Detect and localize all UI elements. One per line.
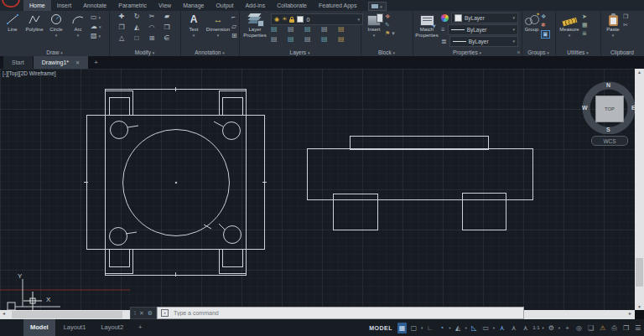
viewcube-west[interactable]: W (582, 105, 588, 111)
tab-output[interactable]: Output (210, 0, 239, 11)
leader-button[interactable]: ⌐ (231, 13, 237, 21)
circle-button[interactable]: Circle ▾ (45, 11, 67, 39)
annotation-visibility-toggle[interactable]: ⋏ (509, 323, 518, 333)
dimension-button[interactable]: ↔ Dimension ▾ (205, 11, 231, 39)
tab-featured-apps[interactable]: Featured Apps (313, 0, 363, 11)
quick-calc-button[interactable]: ▦ (582, 22, 588, 28)
layer-lock-icon[interactable] (289, 19, 294, 23)
viewcube[interactable]: N W E S TOP WCS (577, 80, 641, 146)
panel-label-annotation[interactable]: Annotation ▾ (180, 49, 239, 55)
erase-button[interactable]: ▰ (159, 13, 174, 23)
panel-label-block[interactable]: Block ▾ (361, 49, 413, 55)
vertical-scroll-thumb[interactable] (636, 258, 643, 287)
tab-layout2[interactable]: Layout2 (94, 319, 130, 336)
chevron-down-icon[interactable]: ▾ (542, 326, 543, 330)
layer-dropdown[interactable]: ◉ ☀ 0 ▾ (271, 13, 363, 25)
scroll-down-icon[interactable]: ▼ (635, 304, 644, 309)
tab-parametric[interactable]: Parametric (112, 0, 153, 11)
scroll-up-icon[interactable]: ▲ (635, 70, 644, 75)
command-line-grip[interactable]: ⁞ ✕ ⚙ (130, 307, 157, 319)
horizontal-scroll-thumb[interactable] (12, 311, 122, 318)
graphics-performance-button[interactable]: ❏ (586, 323, 595, 333)
tab-annotate[interactable]: Annotate (77, 0, 112, 11)
layer-tool-icon[interactable]: ▤ (338, 25, 355, 35)
command-input-wrap[interactable]: ▾ (157, 307, 524, 319)
chevron-down-icon[interactable]: ▾ (465, 326, 467, 330)
layer-tool-icon[interactable]: ▤ (304, 35, 321, 45)
mirror-button[interactable]: ◭ (129, 23, 144, 34)
group-edit-button[interactable]: ✱ (541, 22, 550, 28)
linetype-dropdown[interactable]: ByLayer ▾ (449, 36, 518, 47)
layer-tool-icon[interactable]: ▤ (321, 25, 338, 35)
group-selection-toggle[interactable]: ▣ (541, 30, 550, 39)
annotation-scale-button[interactable]: 1:1 (532, 323, 539, 333)
tab-view[interactable]: View (153, 0, 177, 11)
new-drawing-button[interactable]: + (89, 56, 103, 69)
lineweight-icon[interactable]: ≡ (441, 26, 445, 34)
ribbon-display-toggle[interactable]: ▾ (368, 2, 387, 11)
ortho-toggle[interactable]: ∟ (425, 323, 434, 333)
chevron-down-icon[interactable]: ▾ (77, 33, 80, 38)
object-snap-tracking-toggle[interactable]: ⋏ (497, 323, 506, 333)
chevron-down-icon[interactable]: ▾ (449, 326, 450, 330)
customization-menu-button[interactable]: ☰ (633, 323, 642, 333)
ungroup-button[interactable]: ❖ (541, 13, 550, 20)
new-layout-button[interactable]: + (132, 319, 148, 336)
panel-label-groups[interactable]: Groups ▾ (522, 49, 555, 55)
stretch-button[interactable]: △ (114, 34, 129, 45)
move-button[interactable]: ✚ (114, 13, 129, 23)
tab-insert[interactable]: Insert (51, 0, 78, 11)
object-color-dropdown[interactable]: ByLayer ▾ (451, 13, 518, 23)
tab-home[interactable]: Home (23, 0, 51, 11)
snap-toggle[interactable]: ▢ (409, 323, 418, 333)
isodraft-toggle[interactable]: ◭ (454, 323, 463, 333)
explode-button[interactable]: ❒ (159, 23, 174, 34)
layer-tool-icon[interactable]: ▤ (304, 25, 321, 35)
panel-label-modify[interactable]: Modify ▾ (109, 49, 180, 55)
clean-screen-button[interactable]: ❒ (621, 323, 631, 333)
tab-layout1[interactable]: Layout1 (57, 319, 93, 336)
command-input[interactable] (172, 309, 520, 317)
drawing-canvas[interactable]: [-][Top][2D Wireframe] (0, 69, 644, 310)
insert-button[interactable]: Insert ▾ (363, 11, 385, 38)
viewcube-north[interactable]: N (606, 82, 610, 88)
create-block-button[interactable]: ❖ (385, 13, 395, 20)
crosshair-button[interactable]: + (563, 323, 572, 333)
layer-thaw-icon[interactable]: ☀ (282, 16, 287, 23)
chevron-down-icon[interactable]: ▾ (493, 326, 495, 330)
wrench-icon[interactable]: ⚙ (148, 310, 153, 317)
tab-model[interactable]: Model (23, 319, 55, 336)
lineweight-dropdown[interactable]: ByLayer ▾ (448, 24, 518, 35)
tab-manage[interactable]: Manage (177, 0, 210, 11)
measure-button[interactable]: Measure ▾ (557, 11, 582, 38)
panel-label-draw[interactable]: Draw ▾ (0, 49, 109, 55)
viewcube-top-face[interactable]: TOP (595, 96, 624, 122)
copy-clip-button[interactable]: ❐ (623, 13, 628, 20)
layer-color-swatch[interactable] (297, 16, 304, 23)
vertical-scrollbar[interactable]: ▲ ▼ (635, 69, 644, 310)
hatch-button[interactable]: ▨▾ (91, 32, 101, 39)
layer-on-icon[interactable]: ◉ (274, 16, 279, 23)
panel-label-layers[interactable]: Layers ▾ (239, 49, 361, 55)
model-space-button[interactable]: MODEL (366, 325, 395, 331)
array-button[interactable]: ⊞ (144, 34, 159, 45)
tab-addins[interactable]: Add-ins (239, 0, 271, 11)
mleader-button[interactable]: ▱ (231, 23, 237, 30)
file-tab-start[interactable]: Start (3, 56, 33, 69)
table-button[interactable]: ⊞ (231, 32, 237, 39)
isolate-objects-button[interactable]: ◎ (574, 323, 584, 333)
workspace-gear-button[interactable]: ⚙ (547, 323, 556, 333)
chevron-down-icon[interactable]: ▾ (357, 17, 360, 22)
grid-toggle[interactable]: ▦ (397, 323, 407, 333)
drag-handle-icon[interactable]: ⁞ (134, 310, 136, 316)
panel-label-utilities[interactable]: Utilities ▾ (555, 49, 600, 55)
cut-clip-button[interactable]: ✂ (623, 22, 628, 28)
file-tab-drawing1[interactable]: Drawing1*✕ (34, 56, 88, 69)
rectangle-button[interactable]: ▭▾ (91, 13, 101, 21)
set-base-point-button[interactable]: ⚑▾ (385, 30, 395, 37)
layer-properties-button[interactable]: Layer Properties (241, 11, 269, 38)
wcs-menu[interactable]: WCS (591, 136, 628, 146)
group-button[interactable]: Group (522, 11, 541, 39)
polyline-button[interactable]: Polyline (23, 11, 45, 39)
fillet-button[interactable]: ◠ (144, 23, 159, 34)
